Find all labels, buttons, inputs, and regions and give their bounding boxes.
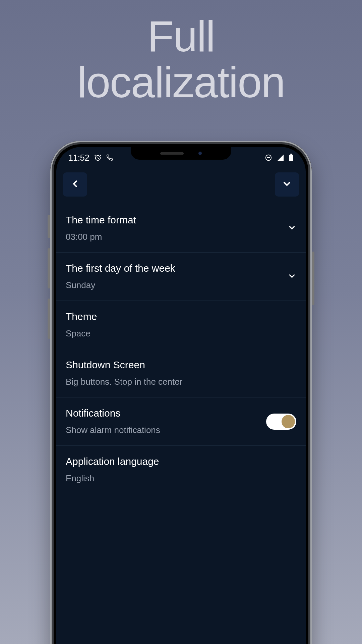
chevron-down-icon [288, 223, 296, 233]
setting-value: Show alarm notifications [66, 425, 259, 435]
status-time: 11:52 [68, 153, 89, 163]
svg-rect-3 [289, 155, 293, 161]
setting-first-day[interactable]: The first day of the week Sunday [56, 252, 306, 301]
phone-side-button [48, 299, 50, 339]
chevron-down-icon [288, 272, 296, 282]
front-camera [198, 152, 202, 155]
promo-headline: Full localization [0, 0, 362, 105]
toggle-knob [282, 415, 295, 428]
alarm-icon [94, 154, 102, 161]
phone-notch [131, 147, 231, 160]
dnd-icon [265, 154, 272, 161]
setting-value: Space [66, 328, 296, 339]
phone-screen: 11:52 [56, 147, 306, 644]
headline-line-2: localization [77, 58, 285, 107]
phone-side-button [48, 215, 50, 238]
phone-frame: 11:52 [50, 141, 312, 644]
chevron-left-icon [70, 178, 80, 191]
header-nav [56, 168, 306, 204]
headline-line-1: Full [147, 12, 215, 61]
phone-icon [106, 154, 113, 161]
svg-rect-2 [290, 154, 292, 155]
notifications-toggle[interactable] [266, 414, 296, 430]
setting-title: The first day of the week [66, 263, 281, 274]
signal-icon [277, 154, 284, 161]
chevron-down-icon [282, 178, 292, 191]
setting-value: Sunday [66, 280, 281, 290]
setting-title: The time format [66, 214, 281, 226]
setting-language[interactable]: Application language English [56, 445, 306, 494]
phone-side-button [48, 248, 50, 288]
setting-value: 03:00 pm [66, 232, 281, 242]
speaker-grille [160, 152, 184, 155]
settings-list: The time format 03:00 pm The first day o… [56, 204, 306, 494]
battery-icon [289, 154, 294, 162]
back-button[interactable] [63, 172, 87, 197]
setting-theme[interactable]: Theme Space [56, 301, 306, 349]
setting-time-format[interactable]: The time format 03:00 pm [56, 204, 306, 252]
more-button[interactable] [275, 172, 299, 197]
setting-value: Big buttons. Stop in the center [66, 377, 296, 387]
setting-title: Theme [66, 311, 296, 322]
setting-title: Application language [66, 456, 296, 467]
setting-notifications[interactable]: Notifications Show alarm notifications [56, 397, 306, 445]
setting-title: Notifications [66, 408, 259, 419]
setting-shutdown-screen[interactable]: Shutdown Screen Big buttons. Stop in the… [56, 349, 306, 397]
phone-side-button [312, 252, 314, 305]
setting-title: Shutdown Screen [66, 359, 296, 371]
setting-value: English [66, 473, 296, 484]
